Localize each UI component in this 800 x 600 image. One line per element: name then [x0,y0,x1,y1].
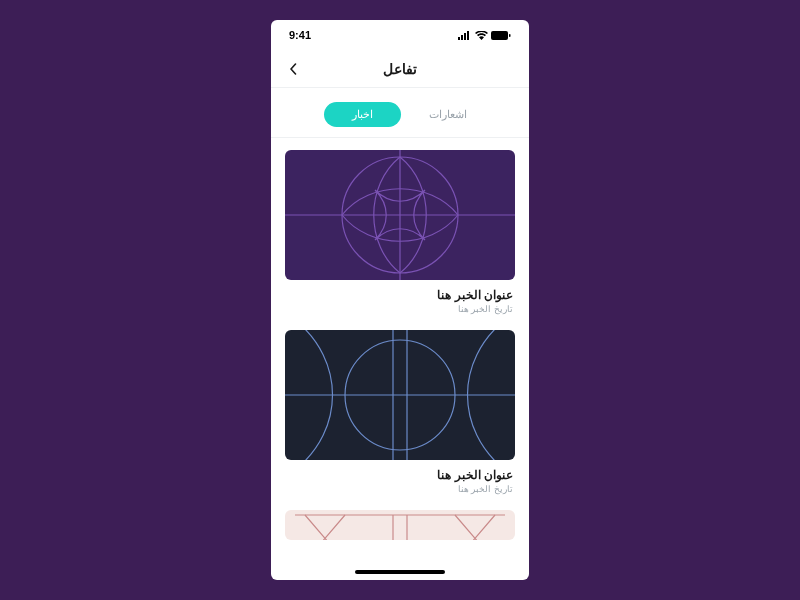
news-card-date: تاريخ الخبر هنا [287,484,513,494]
svg-rect-3 [467,31,469,40]
home-indicator[interactable] [355,570,445,574]
news-card-body: عنوان الخبر هنا تاريخ الخبر هنا [285,460,515,494]
svg-rect-1 [461,35,463,40]
svg-rect-0 [458,37,460,40]
wifi-icon [475,31,488,40]
status-indicators [458,31,511,40]
back-button[interactable] [281,57,305,81]
signal-icon [458,31,472,40]
phone-frame: 9:41 تفاعل اخبار اشعارات [271,20,529,580]
news-card-date: تاريخ الخبر هنا [287,304,513,314]
news-card[interactable] [285,510,515,540]
news-card[interactable]: عنوان الخبر هنا تاريخ الخبر هنا [285,330,515,494]
news-card-body: عنوان الخبر هنا تاريخ الخبر هنا [285,280,515,314]
status-bar: 9:41 [271,20,529,50]
tab-news[interactable]: اخبار [324,102,401,127]
news-card[interactable]: عنوان الخبر هنا تاريخ الخبر هنا [285,150,515,314]
status-time: 9:41 [289,29,311,41]
tabs-container: اخبار اشعارات [271,88,529,138]
svg-rect-4 [491,31,508,40]
battery-icon [491,31,511,40]
news-card-title: عنوان الخبر هنا [287,468,513,482]
content-feed[interactable]: عنوان الخبر هنا تاريخ الخبر هنا [271,138,529,580]
tab-notifications[interactable]: اشعارات [419,102,477,127]
page-title: تفاعل [383,61,417,77]
chevron-left-icon [289,63,297,75]
nav-bar: تفاعل [271,50,529,88]
news-card-image [285,150,515,280]
svg-rect-5 [509,34,511,37]
news-card-image [285,330,515,460]
news-card-title: عنوان الخبر هنا [287,288,513,302]
svg-rect-2 [464,33,466,40]
news-card-image [285,510,515,540]
